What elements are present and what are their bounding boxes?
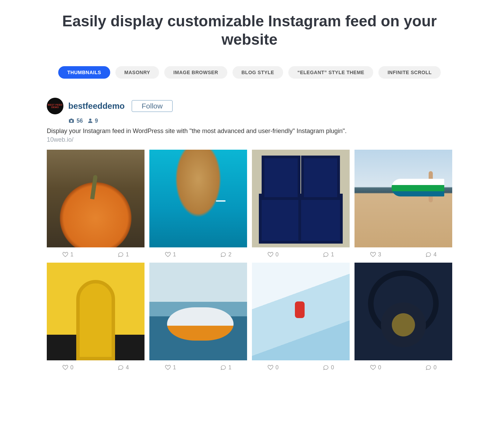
comment-icon [118,364,124,370]
comments-count: 0 [434,364,437,371]
likes[interactable]: 0 [268,364,279,371]
comments[interactable]: 0 [323,364,334,371]
posts-count: 56 [77,118,83,124]
likes-count: 1 [173,252,176,258]
likes-count: 1 [173,364,176,371]
likes[interactable]: 1 [165,364,176,371]
feed-thumbnail[interactable] [354,150,452,247]
tab-image-browser[interactable]: IMAGE BROWSER [164,66,227,79]
heart-icon [268,364,273,370]
feed-thumbnail[interactable] [47,263,145,360]
feed-card: 0 0 [252,263,350,371]
stat-followers: 9 [88,118,98,124]
feed-thumbnail[interactable] [149,150,247,247]
likes[interactable]: 3 [370,252,381,258]
feed-card: 0 4 [47,263,145,371]
comments[interactable]: 1 [118,252,129,258]
tab-masonry[interactable]: MASONRY [115,66,159,79]
svg-point-3 [89,118,91,121]
feed-thumbnail[interactable] [149,263,247,360]
likes-count: 0 [70,364,73,371]
likes-count: 1 [70,252,73,258]
profile-header: BEST FEED DEMO bestfeeddemo Follow 56 9 … [47,98,452,143]
feed-thumbnail[interactable] [252,263,350,360]
comments-count: 4 [434,252,437,258]
tab-infinite-scroll[interactable]: INFINITE SCROLL [378,66,440,79]
heart-icon [165,252,171,257]
profile-link[interactable]: 10web.io/ [47,136,452,143]
heart-icon [165,364,171,370]
comments[interactable]: 2 [220,252,231,258]
comments-count: 0 [331,364,334,371]
comment-icon [323,364,329,370]
feed-card: 3 4 [354,150,452,258]
heart-icon [62,252,68,257]
followers-count: 9 [95,118,98,124]
heart-icon [62,364,68,370]
likes-count: 0 [275,364,279,371]
comment-icon [426,252,431,257]
comments[interactable]: 1 [323,252,334,258]
profile-username[interactable]: bestfeeddemo [68,101,125,111]
tab-blog-style[interactable]: BLOG STYLE [233,66,283,79]
feed-card: 0 1 [252,150,350,258]
likes-count: 0 [275,252,279,258]
likes[interactable]: 0 [62,364,73,371]
feed-card: 0 0 [354,263,452,371]
comment-icon [118,252,124,257]
heart-icon [268,252,273,257]
avatar[interactable]: BEST FEED DEMO [47,98,63,114]
likes[interactable]: 0 [268,252,279,258]
likes[interactable]: 0 [370,364,381,371]
feed-thumbnail[interactable] [47,150,145,247]
comments-count: 4 [126,364,129,371]
likes[interactable]: 1 [62,252,73,258]
comments-count: 1 [126,252,129,258]
feed-thumbnail[interactable] [354,263,452,360]
comment-icon [323,252,329,257]
stat-posts: 56 [68,118,83,124]
comment-icon [220,252,226,257]
comment-icon [426,364,431,370]
camera-icon [68,118,75,124]
comment-icon [220,364,226,370]
heart-icon [370,252,376,257]
feed-card: 1 1 [47,150,145,258]
comments[interactable]: 4 [118,364,129,371]
comments-count: 2 [228,252,231,258]
comments[interactable]: 1 [220,364,231,371]
feed-card: 1 2 [149,150,247,258]
tab-elegant-theme[interactable]: “ELEGANT” STYLE THEME [288,66,373,79]
follow-button[interactable]: Follow [132,100,173,112]
view-tabs: THUMBNAILS MASONRY IMAGE BROWSER BLOG ST… [47,66,452,79]
comments-count: 1 [228,364,231,371]
user-icon [88,118,93,124]
svg-point-2 [70,120,72,122]
comments[interactable]: 0 [426,364,437,371]
svg-rect-1 [70,118,72,120]
likes[interactable]: 1 [165,252,176,258]
comments-count: 1 [331,252,334,258]
feed-card: 1 1 [149,263,247,371]
profile-bio: Display your Instagram feed in WordPress… [47,128,452,135]
feed-grid: 1 1 1 2 [47,150,452,371]
likes-count: 3 [378,252,381,258]
page-title: Easily display customizable Instagram fe… [47,12,452,49]
likes-count: 0 [378,364,381,371]
heart-icon [370,364,376,370]
feed-thumbnail[interactable] [252,150,350,247]
comments[interactable]: 4 [426,252,437,258]
tab-thumbnails[interactable]: THUMBNAILS [58,66,110,79]
